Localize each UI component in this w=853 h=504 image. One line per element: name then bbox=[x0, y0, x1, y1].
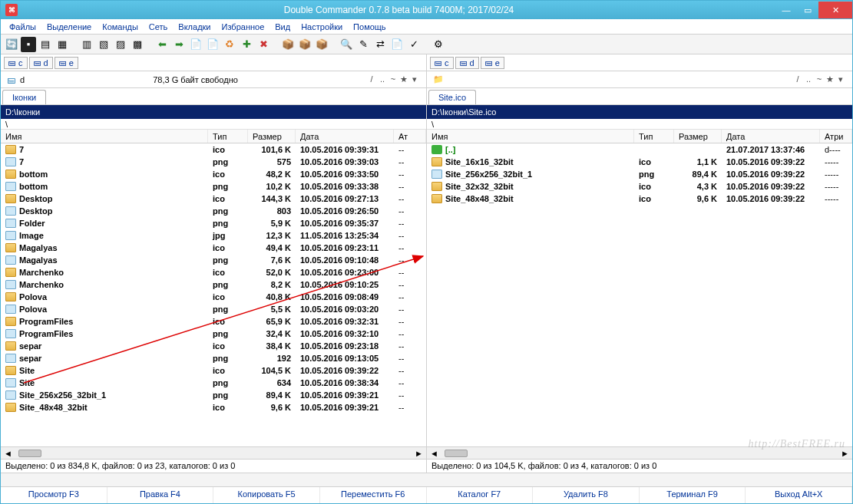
command-line[interactable] bbox=[1, 473, 852, 486]
swap-icon[interactable]: ▧ bbox=[96, 37, 111, 52]
drive-e[interactable]: 🖴e bbox=[481, 57, 504, 69]
right-filelist[interactable]: [..]21.07.2017 13:37:46d----Site_16x16_3… bbox=[427, 143, 852, 446]
file-row[interactable]: Siteico104,5 K10.05.2016 09:39:22-- bbox=[1, 364, 426, 377]
sync-icon[interactable]: ⇄ bbox=[372, 37, 388, 52]
col-header[interactable]: Имя bbox=[427, 130, 634, 143]
col-header[interactable]: Ат bbox=[394, 130, 426, 143]
brief-view-icon[interactable]: ▤ bbox=[38, 37, 53, 52]
menu-Сеть[interactable]: Сеть bbox=[144, 21, 173, 33]
fnkey[interactable]: Терминал F9 bbox=[640, 487, 746, 503]
menu-Вкладки[interactable]: Вкладки bbox=[173, 21, 216, 33]
fnkey[interactable]: Правка F4 bbox=[107, 487, 214, 503]
archive-icon[interactable]: 📦 bbox=[314, 37, 329, 52]
file-row[interactable]: Polovaico40,8 K10.05.2016 09:08:49-- bbox=[1, 291, 426, 303]
search-icon[interactable]: 🔍 bbox=[339, 37, 354, 52]
drive-e[interactable]: 🖴e bbox=[55, 57, 78, 69]
left-tab[interactable]: Iконки bbox=[2, 90, 46, 104]
file-row[interactable]: Site_256x256_32bit_1png89,4 K10.05.2016 … bbox=[427, 168, 852, 180]
file-row[interactable]: ProgramFilesico65,9 K10.05.2016 09:32:31… bbox=[1, 315, 426, 328]
add-icon[interactable]: ✚ bbox=[239, 37, 254, 52]
history-button[interactable]: ▾ bbox=[835, 74, 846, 84]
menu-Выделение[interactable]: Выделение bbox=[41, 21, 97, 33]
back-icon[interactable]: ⬅ bbox=[154, 37, 170, 52]
root-button[interactable]: / bbox=[366, 74, 377, 84]
col-header[interactable]: Тип bbox=[208, 130, 248, 143]
fnkey[interactable]: Удалить F8 bbox=[533, 487, 640, 503]
remove-icon[interactable]: ✖ bbox=[256, 37, 271, 52]
file-row[interactable]: Polovapng5,5 K10.05.2016 09:03:20-- bbox=[1, 303, 426, 315]
left-filelist[interactable]: 7ico101,6 K10.05.2016 09:39:31--7png5751… bbox=[1, 143, 426, 446]
col-header[interactable]: Размер bbox=[674, 130, 722, 143]
fnkey[interactable]: Просмотр F3 bbox=[1, 487, 107, 503]
file-row[interactable]: 7png57510.05.2016 09:39:03-- bbox=[1, 156, 426, 168]
menu-Помощь[interactable]: Помощь bbox=[348, 21, 392, 33]
col-header[interactable]: Имя bbox=[1, 130, 208, 143]
file-row[interactable]: bottompng10,2 K10.05.2016 09:33:38-- bbox=[1, 180, 426, 193]
file-row[interactable]: Folderpng5,9 K10.05.2016 09:35:37-- bbox=[1, 217, 426, 229]
up-button[interactable]: .. bbox=[377, 74, 388, 84]
col-header[interactable]: Дата bbox=[722, 130, 820, 143]
right-tab[interactable]: Site.ico bbox=[428, 90, 476, 104]
fnkey[interactable]: Переместить F6 bbox=[320, 487, 427, 503]
drive-c[interactable]: 🖴c bbox=[4, 57, 28, 69]
full-view-icon[interactable]: ▦ bbox=[55, 37, 70, 52]
menu-Команды[interactable]: Команды bbox=[97, 21, 144, 33]
fnkey[interactable]: Выход Alt+X bbox=[746, 487, 852, 503]
copy-icon[interactable]: 📄 bbox=[188, 37, 203, 52]
left-hscroll[interactable]: ◄► bbox=[1, 446, 426, 459]
settings-icon[interactable]: ⚙ bbox=[431, 37, 446, 52]
file-row[interactable]: Imagejpg12,3 K11.05.2016 13:25:34-- bbox=[1, 229, 426, 242]
file-row[interactable]: Magalyasico49,4 K10.05.2016 09:23:11-- bbox=[1, 242, 426, 254]
file-row[interactable]: Sitepng63410.05.2016 09:38:34-- bbox=[1, 377, 426, 389]
refresh-icon[interactable]: 🔄 bbox=[4, 37, 19, 52]
col-header[interactable]: Дата bbox=[296, 130, 394, 143]
up-button[interactable]: .. bbox=[803, 74, 814, 84]
col-header[interactable]: Размер bbox=[248, 130, 296, 143]
menu-Файлы[interactable]: Файлы bbox=[4, 21, 41, 33]
same-dir-icon[interactable]: ▥ bbox=[79, 37, 94, 52]
file-row[interactable]: Desktopico144,3 K10.05.2016 09:27:13-- bbox=[1, 193, 426, 205]
minimize-button[interactable]: — bbox=[775, 2, 797, 18]
move-icon[interactable]: 📄 bbox=[205, 37, 220, 52]
close-button[interactable]: ✕ bbox=[818, 2, 852, 18]
list-icon[interactable]: ▩ bbox=[130, 37, 145, 52]
file-row[interactable]: bottomico48,2 K10.05.2016 09:33:50-- bbox=[1, 168, 426, 180]
left-path[interactable]: D:\Iконки bbox=[1, 105, 426, 119]
col-header[interactable]: Атри bbox=[820, 130, 852, 143]
checksum-icon[interactable]: ✓ bbox=[406, 37, 422, 52]
drive-d[interactable]: 🖴d bbox=[29, 57, 53, 69]
newfile-icon[interactable]: 📄 bbox=[389, 37, 405, 52]
drive-c[interactable]: 🖴c bbox=[430, 57, 454, 69]
file-row[interactable]: separpng19210.05.2016 09:13:05-- bbox=[1, 352, 426, 364]
file-row[interactable]: separico38,4 K10.05.2016 09:23:18-- bbox=[1, 340, 426, 352]
file-row[interactable]: 7ico101,6 K10.05.2016 09:39:31-- bbox=[1, 143, 426, 156]
fav-button[interactable]: ★ bbox=[825, 74, 835, 84]
terminal-icon[interactable]: ▪ bbox=[21, 37, 36, 52]
forward-icon[interactable]: ➡ bbox=[171, 37, 187, 52]
col-header[interactable]: Тип bbox=[634, 130, 674, 143]
pack-icon[interactable]: 📦 bbox=[280, 37, 296, 52]
root-button[interactable]: / bbox=[792, 74, 803, 84]
history-button[interactable]: ▾ bbox=[409, 74, 420, 84]
home-button[interactable]: ~ bbox=[388, 74, 398, 84]
file-row[interactable]: Magalyaspng7,6 K10.05.2016 09:10:48-- bbox=[1, 254, 426, 266]
file-row[interactable]: ProgramFilespng32,4 K10.05.2016 09:32:10… bbox=[1, 328, 426, 340]
menu-Избранное[interactable]: Избранное bbox=[217, 21, 270, 33]
file-row[interactable]: Desktoppng80310.05.2016 09:26:50-- bbox=[1, 205, 426, 217]
fnkey[interactable]: Копировать F5 bbox=[213, 487, 320, 503]
drive-d[interactable]: 🖴d bbox=[455, 57, 479, 69]
file-row[interactable]: Site_32x32_32bitico4,3 K10.05.2016 09:39… bbox=[427, 180, 852, 193]
file-row[interactable]: Site_48x48_32bitico9,6 K10.05.2016 09:39… bbox=[1, 401, 426, 413]
file-row[interactable]: Marchenkopng8,2 K10.05.2016 09:10:25-- bbox=[1, 278, 426, 291]
target-icon[interactable]: ▨ bbox=[113, 37, 128, 52]
fnkey[interactable]: Каталог F7 bbox=[427, 487, 534, 503]
menu-Вид[interactable]: Вид bbox=[269, 21, 296, 33]
file-row[interactable]: Site_256x256_32bit_1png89,4 K10.05.2016 … bbox=[1, 389, 426, 401]
multirename-icon[interactable]: ✎ bbox=[355, 37, 371, 52]
file-row[interactable]: Marchenkoico52,0 K10.05.2016 09:23:00-- bbox=[1, 266, 426, 278]
reload-icon[interactable]: ♻ bbox=[222, 37, 237, 52]
file-row[interactable]: Site_48x48_32bitico9,6 K10.05.2016 09:39… bbox=[427, 193, 852, 205]
right-path[interactable]: D:\Iконки\Site.ico bbox=[427, 105, 852, 119]
file-row[interactable]: Site_16x16_32bitico1,1 K10.05.2016 09:39… bbox=[427, 156, 852, 168]
menu-Настройки[interactable]: Настройки bbox=[296, 21, 348, 33]
